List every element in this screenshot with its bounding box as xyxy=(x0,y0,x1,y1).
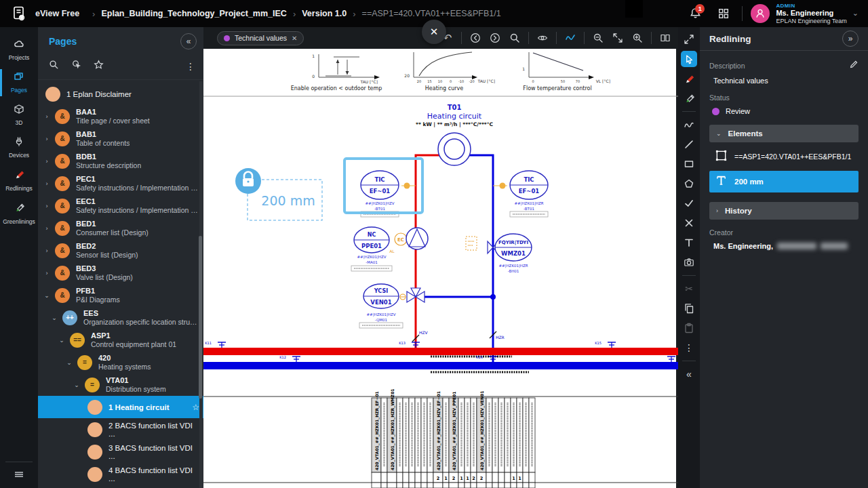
redline-element-rect[interactable]: ==ASP1=420.VTA01++EES&PFB1/1 xyxy=(709,146,859,167)
eview-logo-icon[interactable] xyxy=(11,5,27,22)
page-item[interactable]: 4 BACS function list VDI ... xyxy=(38,463,203,485)
wave-button[interactable] xyxy=(564,32,576,44)
tree-chevron-icon[interactable]: ⌄ xyxy=(58,337,65,344)
page-icon xyxy=(87,467,102,482)
breadcrumb-version[interactable]: Version 1.0 xyxy=(302,9,347,18)
marker-green-tool-button[interactable] xyxy=(681,90,697,106)
favorites-icon[interactable] xyxy=(94,60,104,73)
svg-text:PPE01: PPE01 xyxy=(361,243,382,249)
app-name[interactable]: eView Free xyxy=(35,9,79,18)
sidebar-item-pages[interactable]: Pages xyxy=(0,66,38,99)
text-tool-button[interactable] xyxy=(681,235,697,251)
tree-chevron-icon[interactable]: ⌄ xyxy=(73,382,80,388)
pages-scrollbar[interactable] xyxy=(199,81,203,488)
tree-chevron-icon[interactable]: ⌄ xyxy=(51,314,58,321)
tree-chevron-icon[interactable]: › xyxy=(43,247,50,254)
sidebar-item-label: Pages xyxy=(11,87,27,94)
favorite-star-icon[interactable]: ☆ xyxy=(192,403,199,412)
pentagon-tool-button[interactable] xyxy=(681,176,697,192)
redline-filter-chip[interactable]: Technical values ✕ xyxy=(217,31,304,45)
sidebar-item-projects[interactable]: Projects xyxy=(0,34,38,66)
pages-tree: 1 Eplan Disclaimer›&BAA1Title page / cov… xyxy=(38,80,203,488)
camera-tool-button[interactable] xyxy=(681,254,697,270)
apps-grid-button[interactable] xyxy=(713,3,734,24)
page-item[interactable]: 1 Heating circuit☆ xyxy=(38,396,203,418)
structure-node[interactable]: ⌄=420Heating systems xyxy=(38,351,203,373)
structure-node[interactable]: ⌄++EESOrganization specific location str… xyxy=(38,306,203,329)
structure-node[interactable]: ›&BED3Valve list (Design) xyxy=(38,262,203,284)
check-tool-button[interactable] xyxy=(681,195,697,211)
structure-node[interactable]: ⌄=VTA01Distribution system xyxy=(38,373,203,396)
marker-red-tool-button[interactable] xyxy=(681,70,697,87)
tree-chevron-icon[interactable]: › xyxy=(43,270,50,277)
svg-text:TAU [°C]: TAU [°C] xyxy=(360,79,378,84)
node-type-icon: = xyxy=(85,378,100,392)
collapse-redlining-panel-button[interactable]: » xyxy=(842,30,859,47)
close-overlay-button[interactable]: ✕ xyxy=(422,20,446,44)
zoomout-button[interactable] xyxy=(592,32,604,44)
structure-node[interactable]: ›&EEC1Safety instructions / Implementati… xyxy=(38,195,203,217)
edit-description-icon[interactable] xyxy=(849,60,859,72)
fit-button[interactable] xyxy=(612,32,624,44)
scissors-tool-button[interactable]: ✂ xyxy=(681,281,697,297)
sidebar-item-3d[interactable]: 3D xyxy=(0,99,38,131)
expand-tool-button[interactable] xyxy=(681,31,697,47)
tree-chevron-icon[interactable]: › xyxy=(43,203,50,209)
user-menu-chevron-icon[interactable]: ⌄ xyxy=(852,9,859,18)
squiggle-tool-button[interactable] xyxy=(681,117,697,133)
zoomin-button[interactable] xyxy=(631,32,644,44)
sidebar-item-redlinings[interactable]: Redlinings xyxy=(0,164,38,197)
structure-node[interactable]: ⌄==ASP1Control equipment plant 01 xyxy=(38,329,203,351)
collapse-pages-panel-button[interactable]: « xyxy=(180,33,197,49)
structure-node[interactable]: ›&BED2Sensor list (Design) xyxy=(38,239,203,262)
notifications-button[interactable]: 1 xyxy=(685,3,705,24)
tree-chevron-icon[interactable]: › xyxy=(43,158,50,165)
tree-chevron-icon[interactable]: › xyxy=(43,225,50,232)
user-info[interactable]: ADMIN Ms. Engineering EPLAN Engineering … xyxy=(776,3,846,24)
tree-chevron-icon[interactable]: › xyxy=(43,180,50,187)
user-avatar[interactable] xyxy=(751,4,770,23)
redline-element-text[interactable]: 200 mm xyxy=(709,171,859,192)
elements-section-header[interactable]: ⌄ Elements xyxy=(709,125,859,142)
drawing-sheet[interactable]: 10TAU [°C]Enable operation < outdoor tem… xyxy=(203,49,678,488)
tree-chevron-icon[interactable]: ⌄ xyxy=(43,292,50,299)
split-button[interactable] xyxy=(659,32,671,44)
search-pages-icon[interactable] xyxy=(49,60,59,73)
structure-node[interactable]: ›&BAA1Title page / cover sheet xyxy=(38,105,203,127)
rail-menu-button[interactable] xyxy=(5,462,33,488)
kebab-tool-button[interactable]: ⋮ xyxy=(681,340,697,356)
tree-chevron-icon[interactable]: ⌄ xyxy=(66,359,73,366)
svg-text:420_VTA01_##_HZK01_HZV_PPE01: 420_VTA01_##_HZK01_HZV_PPE01 xyxy=(452,392,457,470)
page-item[interactable] xyxy=(38,485,203,488)
structure-node[interactable]: ›&BDB1Structure description xyxy=(38,150,203,172)
sidebar-item-greenlinings[interactable]: Greenlinings xyxy=(0,197,38,230)
tree-chevron-icon[interactable]: › xyxy=(43,113,50,120)
structure-node[interactable]: ⌄&PFB1P&I Diagrams xyxy=(38,284,203,306)
sidebar-item-devices[interactable]: Devices xyxy=(0,131,38,164)
cross-tool-button[interactable] xyxy=(681,215,697,231)
clipboard-tool-button[interactable] xyxy=(681,320,697,336)
page-item[interactable]: 2 BACS function list VDI ... xyxy=(38,418,203,441)
pages-more-menu[interactable]: ⋮ xyxy=(186,61,195,72)
select-page-icon[interactable] xyxy=(71,60,81,73)
prev-button[interactable] xyxy=(469,32,481,44)
structure-node[interactable]: ›&BED1Consumer list (Design) xyxy=(38,217,203,239)
page-item[interactable]: 3 BACS function list VDI ... xyxy=(38,441,203,463)
element-label: ==ASP1=420.VTA01++EES&PFB1/1 xyxy=(734,152,851,161)
copy-tool-button[interactable] xyxy=(681,300,697,317)
breadcrumb-project[interactable]: Eplan_Building_Technology_Project_mm_IEC xyxy=(101,9,286,18)
eye-button[interactable] xyxy=(536,32,549,44)
search-button[interactable] xyxy=(509,32,521,44)
structure-node[interactable]: ›&PEC1Safety instructions / Implementati… xyxy=(38,172,203,195)
collapse-tool-button[interactable]: « xyxy=(681,366,697,382)
svg-text:NC: NC xyxy=(368,232,376,238)
structure-node[interactable]: ›&BAB1Table of contents xyxy=(38,127,203,150)
line-tool-button[interactable] xyxy=(681,136,697,152)
pointer-tool-button[interactable] xyxy=(681,51,697,67)
rect-tool-button[interactable] xyxy=(681,156,697,172)
history-section-header[interactable]: › History xyxy=(709,202,859,220)
tree-chevron-icon[interactable]: › xyxy=(43,136,50,142)
page-item[interactable]: 1 Eplan Disclaimer xyxy=(38,83,203,105)
chip-close-icon[interactable]: ✕ xyxy=(292,35,297,42)
next-button[interactable] xyxy=(489,32,501,44)
